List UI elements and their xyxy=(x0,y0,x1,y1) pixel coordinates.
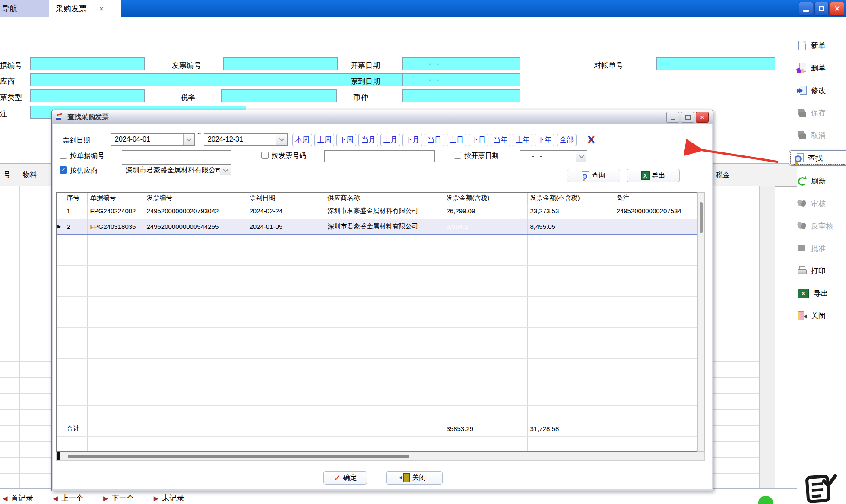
date-from-dropdown-button[interactable] xyxy=(183,134,194,145)
vertical-scrollbar-thumb[interactable] xyxy=(700,202,703,233)
table-cell[interactable] xyxy=(64,250,87,266)
table-cell[interactable] xyxy=(87,390,144,406)
table-cell[interactable] xyxy=(247,297,325,312)
table-cell[interactable] xyxy=(247,266,325,281)
row-selector[interactable] xyxy=(57,437,64,452)
table-cell[interactable] xyxy=(64,297,87,312)
row-selector[interactable] xyxy=(57,343,64,359)
row-selector[interactable] xyxy=(57,297,64,312)
sidebar-item-close[interactable]: 关闭 xyxy=(797,308,846,323)
table-cell[interactable] xyxy=(144,266,247,281)
row-selector[interactable] xyxy=(57,281,64,297)
statement-no-field[interactable] xyxy=(656,57,775,70)
date-to-combo[interactable]: 2024-12-31 xyxy=(204,133,288,146)
table-cell[interactable] xyxy=(247,359,325,374)
table-cell[interactable] xyxy=(144,250,247,266)
table-cell[interactable] xyxy=(144,374,247,390)
dialog-maximize-button[interactable] xyxy=(681,112,694,123)
column-header[interactable]: 发票金额(含税) xyxy=(444,193,527,203)
table-cell[interactable] xyxy=(614,235,697,250)
date-from-combo[interactable]: 2024-04-01 xyxy=(111,133,195,146)
table-cell[interactable] xyxy=(444,390,527,406)
quick-range-button[interactable]: 上年 xyxy=(513,134,532,146)
table-cell[interactable] xyxy=(614,390,697,406)
column-header[interactable]: 序号 xyxy=(64,193,87,203)
table-cell[interactable] xyxy=(614,297,697,312)
doc-no-field[interactable] xyxy=(30,57,145,70)
quick-range-button[interactable]: 全部 xyxy=(557,134,577,146)
table-cell[interactable] xyxy=(325,312,444,328)
table-vertical-scrollbar[interactable] xyxy=(697,192,705,452)
row-selector[interactable] xyxy=(57,374,64,390)
currency-field[interactable] xyxy=(402,89,520,102)
table-cell[interactable]: 24952000000020793042 xyxy=(144,203,247,219)
table-cell[interactable] xyxy=(247,437,325,452)
table-cell[interactable] xyxy=(527,437,614,452)
column-header[interactable]: 供应商名称 xyxy=(325,193,444,203)
table-cell[interactable] xyxy=(64,343,87,359)
table-row[interactable] xyxy=(57,297,697,312)
quick-range-button[interactable]: 本周 xyxy=(292,134,312,146)
table-cell[interactable] xyxy=(444,250,527,266)
table-cell[interactable] xyxy=(527,359,614,374)
filter-invoice-date-combo[interactable]: - - xyxy=(520,150,587,162)
export-button[interactable]: X 导出 xyxy=(627,169,680,182)
table-cell[interactable] xyxy=(144,390,247,406)
table-cell[interactable] xyxy=(64,437,87,452)
tab-purchase-invoice[interactable]: 采购发票 × xyxy=(49,0,121,17)
table-cell[interactable] xyxy=(444,235,527,250)
table-cell[interactable]: 深圳市君豪盛金属材料有限公司 xyxy=(325,203,444,219)
table-cell[interactable]: 249520000000207534 xyxy=(614,203,697,219)
table-row[interactable] xyxy=(57,328,697,343)
table-row[interactable]: 1FPG240224002249520000000207930422024-02… xyxy=(57,203,697,219)
table-cell[interactable] xyxy=(247,250,325,266)
sidebar-item-cancel[interactable]: 取消 xyxy=(797,128,846,143)
table-cell[interactable] xyxy=(87,437,144,452)
table-cell[interactable] xyxy=(64,312,87,328)
sidebar-item-modify[interactable]: 修改 xyxy=(797,83,846,98)
table-cell[interactable] xyxy=(527,281,614,297)
table-cell[interactable] xyxy=(144,312,247,328)
table-cell[interactable] xyxy=(144,421,247,437)
table-cell[interactable]: 9,554.2 xyxy=(444,219,527,235)
table-cell[interactable] xyxy=(527,343,614,359)
table-cell[interactable] xyxy=(87,235,144,250)
table-row[interactable] xyxy=(57,437,697,452)
table-row[interactable] xyxy=(57,235,697,250)
table-cell[interactable] xyxy=(614,266,697,281)
record-nav-item[interactable]: ▶ 下一个 xyxy=(103,493,134,503)
table-cell[interactable] xyxy=(614,374,697,390)
table-cell[interactable] xyxy=(614,343,697,359)
table-row[interactable] xyxy=(57,266,697,281)
table-cell[interactable] xyxy=(144,328,247,343)
query-button[interactable]: 查询 xyxy=(567,169,620,182)
sidebar-item-approve[interactable]: 批准 xyxy=(797,241,846,256)
column-header[interactable]: 备注 xyxy=(614,193,697,203)
table-cell[interactable] xyxy=(444,328,527,343)
table-cell[interactable] xyxy=(247,328,325,343)
table-cell[interactable] xyxy=(87,328,144,343)
table-cell[interactable] xyxy=(527,328,614,343)
table-cell[interactable] xyxy=(614,421,697,437)
table-cell[interactable] xyxy=(247,390,325,406)
table-cell[interactable]: 8,455.05 xyxy=(527,219,614,235)
table-cell[interactable]: 23,273.53 xyxy=(527,203,614,219)
table-cell[interactable] xyxy=(87,266,144,281)
table-cell[interactable]: 35853.29 xyxy=(444,421,527,437)
table-cell[interactable] xyxy=(87,297,144,312)
detail-grid-vscrollbar[interactable] xyxy=(760,186,775,488)
sidebar-item-new[interactable]: 新单 xyxy=(797,38,846,53)
tab-close-icon[interactable]: × xyxy=(99,4,104,13)
invoice-date-dropdown-button[interactable] xyxy=(576,151,586,162)
quick-range-button[interactable]: 下月 xyxy=(402,134,422,146)
table-cell[interactable] xyxy=(527,374,614,390)
table-cell[interactable] xyxy=(325,343,444,359)
filter-invoice-no-input[interactable] xyxy=(324,150,435,162)
dialog-minimize-button[interactable] xyxy=(666,112,679,123)
quick-range-button[interactable]: 下日 xyxy=(469,134,488,146)
sidebar-item-unaudit[interactable]: 反审核 xyxy=(797,219,846,233)
invoice-date-field[interactable]: - - xyxy=(402,57,520,70)
table-cell[interactable] xyxy=(614,437,697,452)
table-cell[interactable] xyxy=(87,281,144,297)
table-cell[interactable] xyxy=(325,297,444,312)
